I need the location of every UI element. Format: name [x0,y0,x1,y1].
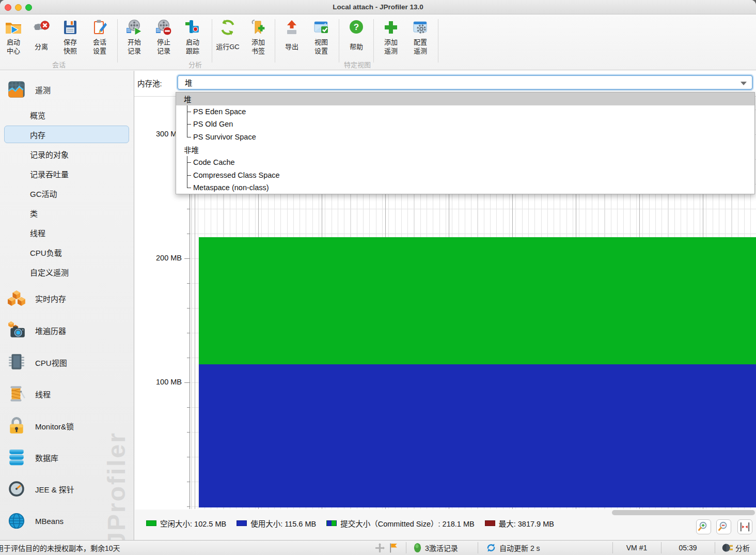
dropdown-option-ps-eden-space[interactable]: PS Eden Space [176,105,754,118]
sidebar-item-classes[interactable]: 类 [4,204,129,222]
tree-branch-icon [185,118,192,131]
sidebar-section-label: MBeans [35,517,64,526]
tree-branch-end-icon [185,181,192,194]
start-recording-button[interactable]: 开始记录 [119,19,149,56]
auto-update-icon[interactable] [486,541,496,555]
recording-status-icon [414,541,421,555]
button-label: 会话 [93,38,106,47]
view-settings-button[interactable]: 视图设置 [306,19,336,56]
sidebar-section-telemetries[interactable]: 遥测 [0,78,134,101]
button-label: 书签 [251,47,265,55]
titlebar: Local attach - JProfiler 13.0 [0,0,756,14]
help-button[interactable]: ? 帮助 [341,19,371,56]
add-telemetry-button[interactable]: 添加遥测 [376,19,406,56]
toolbar-group-label-view-specific: 特定视图 [277,59,438,69]
dropdown-option-metaspace-non-class[interactable]: Metaspace (non-class) [176,181,754,194]
memory-pool-combobox[interactable]: 堆 [177,75,753,90]
button-label: 帮助 [350,42,363,51]
sidebar-item-recorded-throughput[interactable]: 记录吞吐量 [4,165,129,182]
export-button[interactable]: 导出 [277,19,307,56]
sidebar-item-label: 类 [30,208,38,219]
zoom-in-button[interactable] [696,519,711,534]
free-size-swatch [146,520,156,526]
sidebar-section-cpu-views[interactable]: CPU视图 [0,351,134,374]
legend-item-used-size: 使用大小: 115.6 MB [237,518,316,529]
sidebar-item-threads[interactable]: 线程 [4,224,129,241]
legend-item-free-size: 空闲大小: 102.5 MB [146,518,226,529]
memory-pool-dropdown: 堆 PS Eden Space PS Old Gen PS Survivor S… [176,92,755,194]
stop-recording-button[interactable]: 停止记录 [149,19,179,56]
add-bookmark-icon [249,19,267,36]
sidebar-item-recorded-objects[interactable]: 记录的对象 [4,145,129,163]
button-label: 配置 [414,38,427,47]
start-recording-icon [125,19,143,36]
button-label: 记录 [128,47,141,55]
start-tracking-icon [184,19,201,36]
button-label: 视图 [314,38,328,47]
sidebar-item-gc-activity[interactable]: GC活动 [4,184,129,202]
sidebar-item-memory[interactable]: 内存 [4,126,129,143]
sidebar-item-label: 记录吞吐量 [30,168,69,179]
sidebar-section-live-memory[interactable]: 实时内存 [0,287,134,310]
dropdown-option-ps-old-gen[interactable]: PS Old Gen [176,118,754,131]
heap-walker-icon [7,320,26,340]
sidebar-item-label: CPU负载 [30,247,62,258]
sidebar-item-label: 内存 [30,129,45,140]
pan-tool-icon[interactable] [375,541,385,555]
vm-selector[interactable]: VM #1 [612,541,661,555]
recording-status-text[interactable]: 3激活记录 [425,541,458,555]
sidebar-item-custom-telemetries[interactable]: 自定义遥测 [4,263,129,281]
memory-pool-label: 内存池: [137,78,162,88]
session-settings-button[interactable]: 会话设置 [85,19,115,56]
memory-pool-selected-value: 堆 [185,77,193,88]
add-telemetry-icon [382,19,400,36]
auto-update-text[interactable]: 自动更新 2 s [499,541,540,555]
button-label: 跟踪 [186,47,199,55]
button-label: 添加 [384,38,398,47]
detach-icon [33,19,50,36]
button-label: 保存 [64,38,77,47]
button-label: 停止 [157,38,170,47]
add-bookmark-button[interactable]: 添加书签 [243,19,273,56]
license-status-text: 用于评估目的的未授权副本，剩余10天 [0,541,120,555]
start-tracking-button[interactable]: 启动跟踪 [178,19,208,56]
button-label: 设置 [93,47,106,55]
run-gc-button[interactable]: 运行GC [213,19,243,56]
svg-text:?: ? [354,22,359,32]
detach-button[interactable]: 分离 [26,19,56,56]
sidebar-section-label: 数据库 [35,452,58,463]
session-settings-icon [91,19,108,36]
start-center-button[interactable]: 启动中心 [0,19,28,56]
toolbar-group-label-session: 会话 [0,59,118,69]
run-gc-icon [219,19,237,36]
toolbar: 启动中心 分离 保存快照 会话设置 会话 开始记录 停止记录 [0,15,756,70]
profiling-mode-icon [722,541,733,555]
dropdown-option-heap[interactable]: 堆 [176,92,754,105]
sidebar-item-label: 自定义遥测 [30,267,69,278]
sidebar-item-cpu-load[interactable]: CPU负载 [4,243,129,261]
sidebar: 遥测 概览 内存 记录的对象 记录吞吐量 GC活动 类 线程 CPU负载 自定义… [0,71,134,540]
dropdown-option-compressed-class-space[interactable]: Compressed Class Space [176,169,754,182]
dropdown-option-ps-survivor-space[interactable]: PS Survivor Space [176,131,754,144]
chart-y-major-tick [184,258,190,259]
zoom-out-button[interactable] [716,519,731,534]
committed-size-swatch [326,520,337,526]
horizontal-scrollbar[interactable] [612,510,755,515]
fit-to-window-button[interactable] [737,519,752,534]
dropdown-option-non-heap[interactable]: 非堆 [176,143,754,156]
bookmark-flag-icon[interactable] [388,541,398,555]
live-memory-icon [7,288,26,308]
chart-legend: 空闲大小: 102.5 MB 使用大小: 115.6 MB 提交大小（Commi… [146,516,554,530]
configure-telemetry-button[interactable]: 配置遥测 [405,19,435,56]
sidebar-section-threads-views[interactable]: 线程 [0,382,134,405]
sidebar-section-heap-walker[interactable]: 堆遍历器 [0,319,134,342]
button-label: 启动 [186,38,199,47]
dropdown-option-code-cache[interactable]: Code Cache [176,156,754,169]
threads-views-icon [7,384,26,404]
sidebar-item-overview[interactable]: 概览 [4,106,129,124]
sidebar-section-label: Monitor&锁 [35,421,74,431]
sidebar-section-label: 堆遍历器 [35,325,66,336]
sidebar-item-label: 概览 [30,110,45,120]
save-snapshot-button[interactable]: 保存快照 [55,19,85,56]
button-label: 中心 [7,47,20,55]
